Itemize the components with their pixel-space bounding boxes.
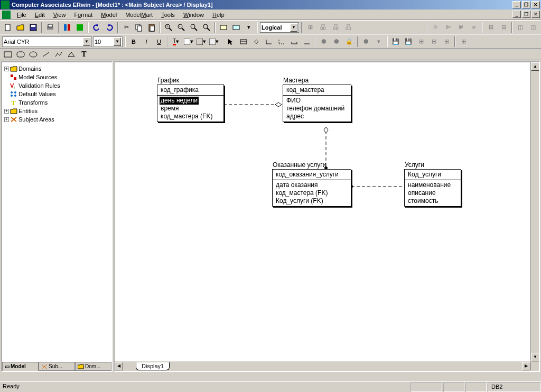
tool-f[interactable]: ◇	[250, 36, 262, 48]
hscroll[interactable]: ◀ Display1 ▶	[115, 361, 539, 371]
tree-item-entities[interactable]: + Entities	[3, 107, 110, 115]
mm-d[interactable]: 品	[342, 22, 354, 33]
scroll-down-button[interactable]: ▼	[531, 353, 539, 361]
attr[interactable]: наименование	[408, 181, 458, 189]
paste-button[interactable]	[146, 22, 157, 33]
tree-tab-dom[interactable]: Dom...	[75, 362, 111, 371]
entity-grafik[interactable]: График код_графика день недели время код…	[157, 85, 224, 122]
attr[interactable]: дата оказания	[276, 181, 348, 189]
rel-identifying-tool[interactable]	[263, 36, 275, 48]
rel-manymany-tool[interactable]	[288, 36, 300, 48]
tree-tab-sub[interactable]: Sub...	[39, 362, 75, 371]
menu-file[interactable]: File	[13, 11, 31, 19]
attr[interactable]: код_мастера (FK)	[276, 189, 348, 197]
undo-button[interactable]	[91, 22, 102, 33]
copy-button[interactable]	[133, 22, 145, 33]
mm-4[interactable]: ⬢	[360, 36, 372, 48]
attr[interactable]: код_мастера	[286, 86, 348, 94]
zoom-in-button[interactable]: +	[163, 22, 174, 33]
minimize-button[interactable]: _	[512, 1, 521, 8]
view-combo[interactable]: Logical ▼	[260, 22, 299, 33]
expander-icon[interactable]: +	[4, 117, 9, 122]
mdi-close-button[interactable]: ✕	[531, 11, 540, 18]
tree-item-subject-areas[interactable]: + Subject Areas	[3, 115, 110, 124]
linecolor-button[interactable]: ▾	[195, 36, 207, 48]
attr[interactable]: Код_услуги (FK)	[276, 197, 348, 205]
expander-icon[interactable]: +	[4, 109, 9, 114]
mdi-minimize-button[interactable]: _	[512, 11, 521, 18]
scroll-up-button[interactable]: ▲	[531, 62, 539, 71]
align-a[interactable]: ⊪	[430, 22, 442, 33]
mm-5[interactable]: ▾	[373, 36, 385, 48]
close-button[interactable]: ✕	[531, 1, 540, 8]
tool-e[interactable]: ▾	[243, 22, 255, 33]
fillcolor-button[interactable]: ▾	[183, 36, 194, 48]
mdi-restore-button[interactable]: ❐	[522, 11, 530, 18]
tree-item-domains[interactable]: + Domains	[3, 64, 110, 73]
open-button[interactable]	[15, 22, 26, 33]
menu-help[interactable]: Help	[208, 11, 229, 19]
italic-button[interactable]: I	[141, 36, 152, 48]
tool-c[interactable]	[218, 22, 229, 33]
menu-tools[interactable]: Tools	[157, 11, 179, 19]
menu-format[interactable]: Format	[70, 11, 97, 19]
align-c[interactable]: ⊯	[455, 22, 467, 33]
align-b[interactable]: ⊫	[443, 22, 454, 33]
menu-modelmart[interactable]: ModelMart	[121, 11, 157, 19]
polyline-tool[interactable]	[53, 49, 64, 60]
restore-button[interactable]: ❐	[522, 1, 530, 8]
menu-view[interactable]: View	[49, 11, 70, 19]
mm-1[interactable]: ⬢	[318, 36, 330, 48]
bold-button[interactable]: B	[128, 36, 139, 48]
entity-tool[interactable]	[238, 36, 249, 48]
mm-c[interactable]: 品	[330, 22, 341, 33]
fontsize-combo[interactable]: 10 ▼	[93, 36, 123, 47]
font-combo[interactable]: Arial CYR ▼	[2, 36, 92, 47]
mm-10[interactable]: ⊞	[441, 36, 452, 48]
entity-okazannye[interactable]: Оказанные услуги код_оказания_услуги дат…	[272, 169, 351, 207]
attr[interactable]: стоимость	[408, 197, 458, 205]
align-d[interactable]: ≡	[468, 22, 480, 33]
ellipse-tool[interactable]	[27, 49, 39, 60]
tree[interactable]: + Domains Model Sources Vr Validation Ru…	[2, 62, 111, 362]
rect-tool[interactable]	[2, 49, 14, 60]
attr[interactable]: описание	[408, 189, 458, 197]
scroll-right-button[interactable]: ▶	[522, 362, 530, 370]
mm-3[interactable]: 🔒	[343, 36, 355, 48]
mm-11[interactable]: ⊞	[458, 36, 469, 48]
redo-button[interactable]	[104, 22, 115, 33]
ungroup-button[interactable]: ◫	[527, 22, 539, 33]
tool-d[interactable]	[230, 22, 242, 33]
group-button[interactable]: ◫	[515, 22, 526, 33]
rel-subtype-tool[interactable]	[301, 36, 313, 48]
roundrect-tool[interactable]	[15, 49, 26, 60]
zoom-out-button[interactable]: -	[175, 22, 187, 33]
scroll-left-button[interactable]: ◀	[115, 362, 123, 370]
attr-selected[interactable]: день недели	[161, 97, 220, 105]
attr[interactable]: код_графика	[161, 86, 220, 94]
mm-a[interactable]: ⊞	[304, 22, 316, 33]
attr[interactable]: время	[161, 105, 220, 113]
tree-item-transforms[interactable]: T Transforms	[3, 98, 110, 107]
print-button[interactable]	[44, 22, 56, 33]
menu-model[interactable]: Model	[97, 11, 121, 19]
polygon-tool[interactable]	[66, 49, 77, 60]
entity-mastera[interactable]: Мастера код_мастера ФИО телефон домашний…	[283, 85, 351, 122]
mm-2[interactable]: ⬢	[331, 36, 342, 48]
mm-7[interactable]: 💾	[403, 36, 414, 48]
new-button[interactable]	[2, 22, 14, 33]
attr[interactable]: код_оказания_услуги	[276, 171, 348, 179]
text-tool[interactable]: T	[78, 49, 90, 60]
vscroll[interactable]: ▲ ▼	[530, 62, 539, 361]
attr[interactable]: ФИО	[286, 97, 348, 105]
save-button[interactable]	[27, 22, 39, 33]
canvas-tab[interactable]: Display1	[136, 362, 170, 370]
diagram-canvas[interactable]: График код_графика день недели время код…	[115, 62, 539, 361]
tree-tab-model[interactable]: ▭ Model	[2, 362, 39, 371]
attr[interactable]: код_мастера (FK)	[161, 113, 220, 120]
zoom-fit-button[interactable]	[188, 22, 200, 33]
menu-window[interactable]: Window	[179, 11, 208, 19]
bgcolor-button[interactable]: ▾	[208, 36, 220, 48]
line-tool[interactable]	[40, 49, 52, 60]
tree-item-model-sources[interactable]: Model Sources	[3, 73, 110, 81]
